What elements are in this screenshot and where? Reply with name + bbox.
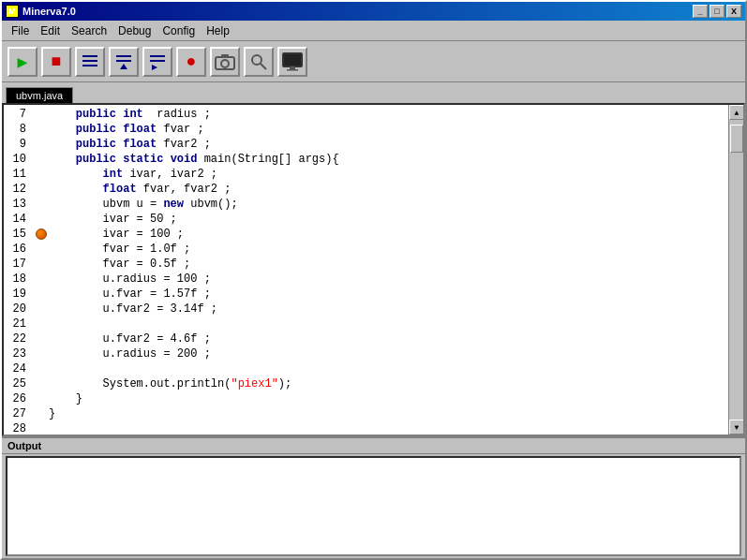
svg-rect-16 [290, 66, 295, 69]
code-line-12: 12 float fvar, fvar2 ; [4, 182, 728, 197]
code-line-24: 24 [4, 361, 728, 376]
scroll-up-button[interactable]: ▲ [729, 105, 744, 120]
output-panel: Output [2, 436, 745, 558]
code-line-15: 15 ivar = 100 ; [4, 227, 728, 242]
code-line-14: 14 ivar = 50 ; [4, 212, 728, 227]
svg-marker-5 [120, 64, 127, 69]
camera-button[interactable] [210, 47, 240, 77]
svg-rect-11 [221, 54, 229, 58]
window-controls: _ □ X [693, 5, 741, 18]
code-line-8: 8 public float fvar ; [4, 122, 728, 137]
run-button[interactable]: ▶ [7, 47, 37, 77]
scrollbar-track[interactable] [729, 120, 743, 420]
code-line-20: 20 u.fvar2 = 3.14f ; [4, 302, 728, 317]
svg-rect-2 [82, 65, 97, 66]
code-area[interactable]: 7 public int radius ; 8 public float fva… [4, 105, 728, 435]
code-line-19: 19 u.fvar = 1.57f ; [4, 287, 728, 302]
minimize-button[interactable]: _ [693, 5, 708, 18]
code-line-21: 21 [4, 317, 728, 332]
record-button[interactable]: ● [176, 47, 206, 77]
close-button[interactable]: X [726, 5, 741, 18]
stop-button[interactable]: ■ [41, 47, 71, 77]
maximize-button[interactable]: □ [710, 5, 725, 18]
search-button[interactable] [244, 47, 274, 77]
svg-rect-6 [150, 55, 165, 57]
tab-bar: ubvm.java [2, 82, 745, 103]
code-line-13: 13 ubvm u = new ubvm(); [4, 197, 728, 212]
step-button[interactable] [75, 47, 105, 77]
code-line-17: 17 fvar = 0.5f ; [4, 257, 728, 272]
window-title: Minerva7.0 [22, 6, 76, 17]
svg-marker-8 [152, 65, 157, 70]
scroll-down-button[interactable]: ▼ [729, 420, 744, 435]
svg-line-13 [261, 64, 266, 69]
output-content[interactable] [6, 456, 741, 556]
menu-edit[interactable]: Edit [35, 22, 66, 39]
toolbar: ▶ ■ ● [2, 41, 745, 82]
code-container: 7 public int radius ; 8 public float fva… [2, 103, 745, 436]
code-line-10: 10 public static void main(String[] args… [4, 152, 728, 167]
svg-rect-3 [116, 55, 131, 57]
monitor-icon [282, 52, 303, 71]
code-line-22: 22 u.fvar2 = 4.6f ; [4, 332, 728, 346]
scrollbar-thumb[interactable] [730, 125, 743, 153]
svg-rect-17 [287, 69, 298, 71]
title-bar-left: M Minerva7.0 [6, 5, 76, 18]
output-label: Output [2, 438, 745, 454]
menu-file[interactable]: File [6, 22, 35, 39]
search-icon [249, 52, 268, 71]
step-over-button[interactable] [142, 47, 172, 77]
code-line-26: 26 } [4, 391, 728, 406]
monitor-button[interactable] [277, 47, 307, 77]
step-into-icon [114, 52, 133, 71]
code-line-11: 11 int ivar, ivar2 ; [4, 167, 728, 182]
code-line-28: 28 [4, 421, 728, 435]
svg-point-12 [252, 55, 261, 65]
svg-point-10 [221, 60, 229, 67]
svg-rect-7 [150, 60, 165, 62]
menu-bar: File Edit Search Debug Config Help [2, 21, 745, 41]
code-line-27: 27 } [4, 406, 728, 421]
svg-rect-0 [82, 55, 97, 57]
code-line-7: 7 public int radius ; [4, 107, 728, 122]
step-into-button[interactable] [109, 47, 139, 77]
app-icon: M [6, 5, 19, 18]
code-line-25: 25 System.out.println("piex1"); [4, 376, 728, 391]
svg-rect-4 [116, 60, 131, 62]
code-line-16: 16 fvar = 1.0f ; [4, 242, 728, 257]
camera-icon [215, 53, 235, 70]
step-icon [81, 52, 99, 71]
code-line-23: 23 u.radius = 200 ; [4, 346, 728, 361]
menu-debug[interactable]: Debug [112, 22, 157, 39]
svg-rect-1 [82, 60, 97, 62]
vertical-scrollbar[interactable]: ▲ ▼ [728, 105, 743, 435]
menu-config[interactable]: Config [157, 22, 201, 39]
tab-ubvm-java[interactable]: ubvm.java [6, 87, 73, 103]
step-over-icon [148, 52, 167, 71]
main-window: M Minerva7.0 _ □ X File Edit Search Debu… [0, 0, 747, 560]
menu-search[interactable]: Search [66, 22, 112, 39]
code-line-18: 18 u.radius = 100 ; [4, 272, 728, 287]
title-bar: M Minerva7.0 _ □ X [2, 2, 745, 21]
breakpoint-indicator [36, 228, 47, 240]
code-line-9: 9 public float fvar2 ; [4, 137, 728, 152]
svg-rect-15 [284, 54, 301, 66]
menu-help[interactable]: Help [201, 22, 235, 39]
